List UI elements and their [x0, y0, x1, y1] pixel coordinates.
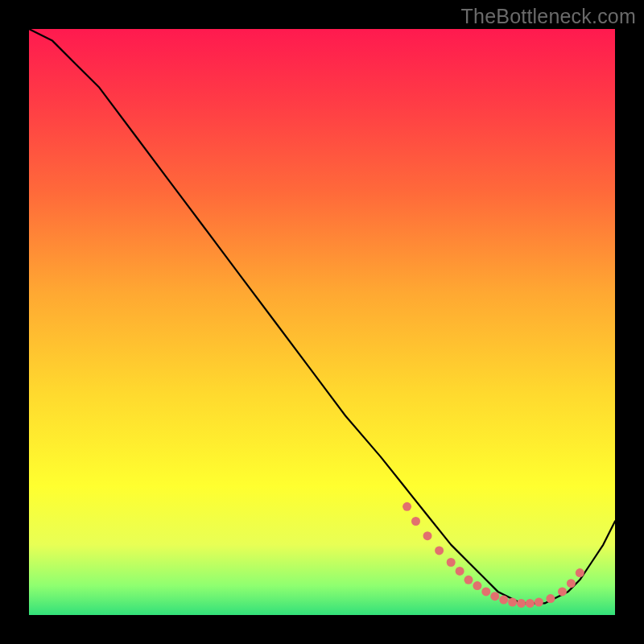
marker-dot	[411, 517, 420, 526]
curve-svg	[29, 29, 615, 615]
marker-dot	[535, 598, 543, 607]
marker-dot	[499, 596, 508, 605]
watermark-text: TheBottleneck.com	[461, 5, 636, 28]
marker-dot	[576, 568, 584, 577]
marker-dot	[473, 581, 481, 590]
marker-dot	[546, 594, 555, 603]
plot-area	[29, 29, 615, 615]
bottleneck-curve	[29, 29, 615, 603]
chart-frame: TheBottleneck.com	[0, 0, 644, 644]
marker-dot	[447, 558, 456, 567]
marker-dot	[526, 599, 535, 608]
marker-dot	[481, 587, 490, 596]
marker-dot	[508, 598, 517, 607]
marker-dot	[435, 546, 444, 555]
marker-dot	[490, 592, 499, 601]
marker-dot	[423, 531, 432, 540]
marker-dot	[402, 502, 411, 511]
marker-dot	[517, 599, 526, 608]
marker-dot	[567, 579, 576, 588]
marker-dot	[456, 567, 464, 576]
marker-dot	[558, 587, 567, 596]
marker-dot	[464, 576, 473, 584]
